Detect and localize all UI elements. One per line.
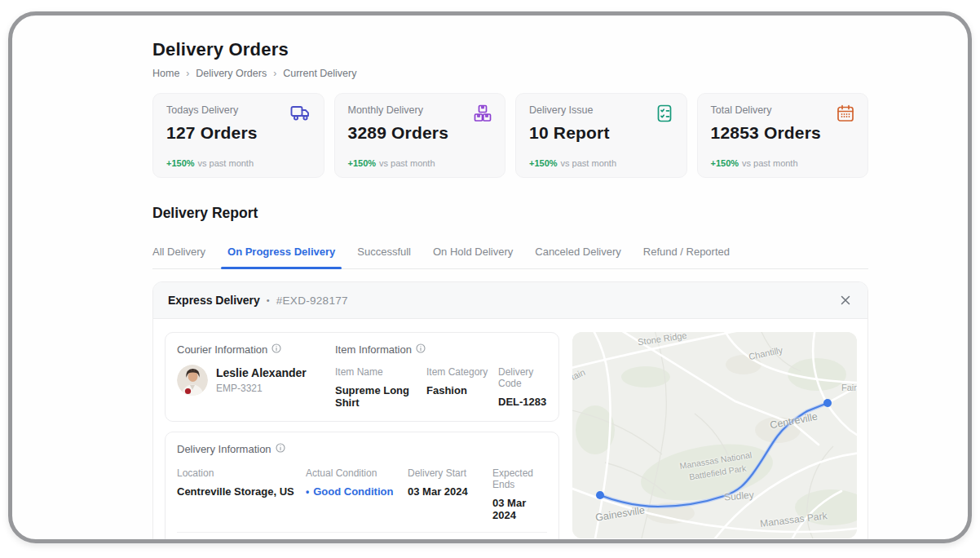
start-cell: Delivery Start 03 Mar 2024 [408,467,492,521]
tab-on-hold-delivery[interactable]: On Hold Delivery [433,246,513,268]
courier-information-section: Courier Information [177,343,335,409]
bullet-separator: • [267,295,270,305]
item-name-field: Item Name Supreme Long Shirt [335,366,426,409]
express-delivery-title: Express Delivery [168,294,260,307]
tab-refund-reported[interactable]: Refund / Reported [643,246,730,268]
breadcrumb-delivery-orders[interactable]: Delivery Orders [196,68,267,79]
calendar-icon [836,104,855,126]
stat-card-total-delivery: Total Delivery 12853 Orders +150%vs past… [697,93,869,178]
delivery-information-title: Delivery Information [177,443,547,455]
details-column: Courier Information [165,332,559,543]
start-cell: Delivery Start 01 Mar 2024 [408,542,492,543]
chevron-right-icon: › [186,68,189,79]
delivery-row: Location Centreville Storage, US Actual … [177,458,547,533]
courier-information-title: Courier Information [177,343,335,356]
delivery-row: Location Sudley Storage, US Actual Condi… [177,533,547,543]
courier-item-card: Courier Information [165,332,559,422]
stat-delta: +150%vs past month [529,158,673,168]
item-fields: Item Name Supreme Long Shirt Item Catego… [335,366,547,409]
info-icon[interactable] [276,443,285,455]
courier-row: Leslie Alexander EMP-3321 [177,365,335,396]
courier-identity: Leslie Alexander EMP-3321 [216,366,307,394]
stat-label: Delivery Issue [529,104,673,116]
stat-delta: +150%vs past month [348,158,492,168]
express-delivery-body: Courier Information [153,319,867,543]
stat-card-monthly-delivery: Monthly Delivery 3289 Orders +150%vs pas… [334,93,506,178]
tab-successfull[interactable]: Successfull [357,246,411,268]
section-title-delivery-report: Delivery Report [152,205,868,222]
packages-icon [473,104,492,126]
stat-value: 10 Report [529,123,673,143]
page-title: Delivery Orders [152,39,868,60]
courier-employee-id: EMP-3321 [216,383,307,394]
stat-label: Todays Delivery [166,104,311,116]
stat-card-delivery-issue: Delivery Issue 10 Report +150%vs past mo… [515,93,687,178]
location-cell: Location Sudley Storage, US [177,542,306,543]
condition-cell: Actual Condition •Good Condition [306,542,408,543]
stat-value: 12853 Orders [711,123,855,143]
delivery-report-tabs: All Delivery On Progress Delivery Succes… [152,246,868,269]
breadcrumb: Home › Delivery Orders › Current Deliver… [152,68,868,79]
delivery-rows: Location Centreville Storage, US Actual … [177,458,547,543]
stats-row: Todays Delivery 127 Orders +150%vs past … [152,93,868,178]
breadcrumb-current-delivery[interactable]: Current Delivery [283,68,356,79]
ends-cell: Expected Ends 01 Mar 2024 [492,542,547,543]
info-icon[interactable] [271,343,281,356]
tab-on-progress-delivery[interactable]: On Progress Delivery [227,246,335,268]
route-end-marker [823,399,832,407]
map-canvas [572,332,857,538]
close-button[interactable] [838,293,853,308]
stat-label: Monthly Delivery [348,104,492,116]
order-id: #EXD-928177 [276,294,348,307]
stat-value: 3289 Orders [348,123,492,143]
stat-card-todays-delivery: Todays Delivery 127 Orders +150%vs past … [152,93,324,178]
express-delivery-header: Express Delivery • #EXD-928177 [153,282,867,319]
info-icon[interactable] [416,343,426,356]
courier-avatar [177,365,208,396]
express-delivery-panel: Express Delivery • #EXD-928177 Courier I… [152,281,868,543]
stat-delta: +150%vs past month [711,158,855,168]
tab-all-delivery[interactable]: All Delivery [152,246,205,268]
route-start-marker [596,491,604,499]
stat-label: Total Delivery [711,104,855,116]
breadcrumb-home[interactable]: Home [152,68,179,79]
stat-value: 127 Orders [166,123,311,143]
ends-cell: Expected Ends 03 Mar 2024 [492,467,547,521]
page-content: Delivery Orders Home › Delivery Orders ›… [152,39,868,543]
chevron-right-icon: › [273,68,276,79]
item-information-section: Item Information Item Name Supreme Long … [335,343,547,409]
close-icon [840,296,851,308]
delivery-truck-icon [290,104,311,125]
app-frame: Delivery Orders Home › Delivery Orders ›… [8,11,972,543]
report-checklist-icon [655,104,674,126]
courier-name: Leslie Alexander [216,366,307,379]
condition-cell: Actual Condition •Good Condition [306,467,408,521]
delivery-information-card: Delivery Information Location Centrevill… [165,432,559,543]
delivery-code-field: Delivery Code DEL-1283 [498,366,547,409]
condition-dot-icon: • [306,486,309,498]
stat-delta: +150%vs past month [166,158,311,168]
tab-canceled-delivery[interactable]: Canceled Delivery [535,246,621,268]
item-category-field: Item Category Fashion [426,366,498,409]
location-cell: Location Centreville Storage, US [177,467,306,521]
item-information-title: Item Information [335,343,547,356]
route-map[interactable]: Stone Ridge Chantilly tain Fair Centrevi… [572,332,857,538]
